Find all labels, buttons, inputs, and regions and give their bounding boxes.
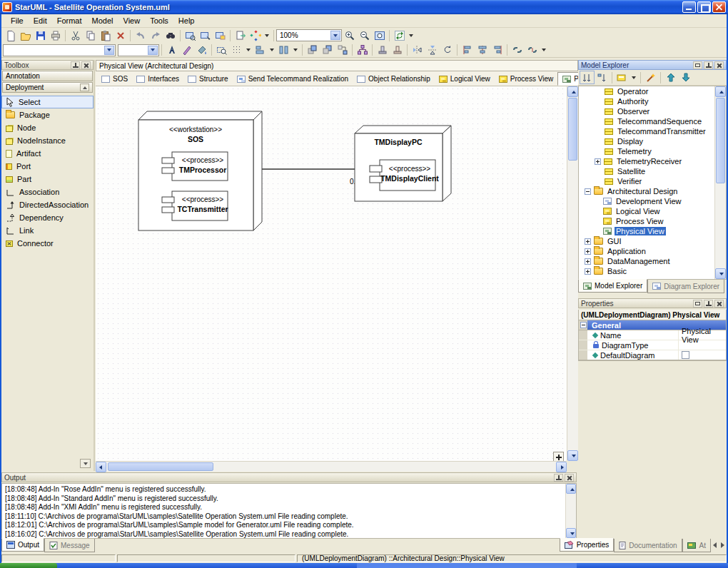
expander-plus-icon[interactable]: [585, 268, 591, 275]
flip-vertical-button[interactable]: [425, 44, 440, 57]
sort-by-type-button[interactable]: [595, 71, 610, 84]
tab-output[interactable]: Output: [1, 538, 44, 552]
line-color-button[interactable]: [179, 44, 194, 57]
font-name-combobox[interactable]: [3, 44, 116, 56]
tab-send-telecommand-realization[interactable]: Send Telecommand Realization: [233, 72, 353, 86]
vscroll-thumb[interactable]: [568, 98, 577, 161]
select-in-model-button[interactable]: [183, 29, 198, 42]
model-explorer-pin-icon[interactable]: [704, 61, 713, 69]
tab-attachments[interactable]: At: [682, 539, 711, 552]
expander-plus-icon[interactable]: [585, 258, 591, 265]
tree-item-telecommandsequence[interactable]: TelecommandSequence: [579, 116, 726, 126]
toolbox-item-package[interactable]: Package: [1, 108, 93, 121]
toolbox-item-connector[interactable]: Connector: [1, 237, 93, 250]
align-button[interactable]: [253, 44, 268, 57]
property-value-name[interactable]: Physical View: [679, 327, 726, 344]
tree-item-observer[interactable]: Observer: [579, 106, 726, 116]
toolbox-item-part[interactable]: Part: [1, 173, 93, 186]
component-tmprocessor[interactable]: <<process>> TMProcessor: [162, 152, 228, 181]
align-center-button[interactable]: [475, 44, 490, 57]
font-size-dropdown-icon[interactable]: [148, 46, 158, 55]
fit-to-window-button[interactable]: [372, 29, 387, 42]
refresh-dropdown-caret[interactable]: [409, 34, 413, 37]
expander-plus-icon[interactable]: [595, 158, 601, 165]
redo-button[interactable]: [148, 29, 163, 42]
align-dropdown-caret[interactable]: [270, 49, 274, 51]
toolbox-item-nodeinstance[interactable]: NodeInstance: [1, 134, 93, 147]
output-log[interactable]: [18:08:48] Add-In "Rose AddIn" menu is r…: [1, 483, 577, 539]
output-scroll-up-icon[interactable]: [566, 484, 576, 494]
find-button[interactable]: [163, 29, 178, 42]
canvas-expand-button[interactable]: [553, 452, 564, 461]
expander-plus-icon[interactable]: [585, 248, 591, 255]
output-pin-icon[interactable]: [554, 474, 563, 482]
fill-color-button[interactable]: [194, 44, 209, 57]
align-left-button[interactable]: [460, 44, 475, 57]
expander-plus-icon[interactable]: [585, 238, 591, 245]
toolbox-item-directedassociation[interactable]: DirectedAssociation: [1, 198, 93, 211]
scroll-left-icon[interactable]: [96, 462, 106, 472]
new-button[interactable]: [3, 29, 18, 42]
tree-item-telecommandtransmitter[interactable]: TelecommandTransmitter: [579, 126, 726, 136]
unlink-button[interactable]: [525, 44, 540, 57]
toolbox-item-artifact[interactable]: Artifact: [1, 147, 93, 160]
distribute-dropdown-caret[interactable]: [293, 49, 298, 51]
toolbox-pin-icon[interactable]: [71, 61, 80, 69]
send-to-back-button[interactable]: [320, 44, 335, 57]
distribute-button[interactable]: [276, 44, 291, 57]
tab-scroll-right-icon[interactable]: [721, 542, 724, 548]
tab-logical-view[interactable]: Logical View: [435, 72, 495, 86]
tab-message[interactable]: Message: [44, 539, 95, 552]
export-button[interactable]: [233, 29, 248, 42]
diagram-canvas[interactable]: 0..* <<workstation>> SOS <<process>> TMP…: [96, 86, 567, 461]
move-up-button[interactable]: [663, 71, 678, 84]
link-button[interactable]: [510, 44, 525, 57]
copy-button[interactable]: [83, 29, 98, 42]
format-overflow-caret[interactable]: [542, 49, 546, 51]
add-element-caret[interactable]: [632, 76, 636, 79]
layout-diagram-button[interactable]: [335, 44, 350, 57]
select-diagram-button[interactable]: [213, 29, 228, 42]
tab-interfaces[interactable]: Interfaces: [132, 72, 183, 86]
model-explorer-close-icon[interactable]: [714, 61, 724, 69]
tab-diagram-explorer[interactable]: Diagram Explorer: [647, 280, 724, 293]
tree-item-process-view[interactable]: Process View: [579, 216, 726, 226]
flip-horizontal-button[interactable]: [410, 44, 425, 57]
section-expander-icon[interactable]: [580, 322, 587, 328]
select-in-explorer-button[interactable]: [198, 29, 213, 42]
tree-scroll-down-icon[interactable]: [715, 268, 726, 279]
tree-item-display[interactable]: Display: [579, 136, 726, 146]
copy-style-button[interactable]: [375, 44, 390, 57]
properties-maximize-icon[interactable]: [693, 300, 702, 308]
sort-alphabetic-button[interactable]: [580, 71, 595, 84]
output-scrollbar[interactable]: [565, 484, 576, 538]
menu-edit[interactable]: Edit: [29, 15, 52, 26]
property-row-defaultdiagram[interactable]: DefaultDiagram: [579, 350, 726, 360]
model-explorer-maximize-icon[interactable]: [693, 61, 702, 69]
open-button[interactable]: [18, 29, 33, 42]
toolbox-section-annotation[interactable]: Annotation: [2, 71, 93, 81]
hscroll-thumb[interactable]: [108, 462, 213, 471]
zoom-dropdown-icon[interactable]: [330, 31, 340, 40]
tree-item-gui[interactable]: GUI: [579, 236, 726, 246]
tree-item-satellite[interactable]: Satellite: [579, 166, 726, 176]
tree-item-verifier[interactable]: Verifier: [579, 176, 726, 186]
grid-dropdown-caret[interactable]: [246, 49, 251, 51]
expander-minus-icon[interactable]: [585, 188, 591, 195]
delete-button[interactable]: [113, 29, 128, 42]
canvas-vertical-scrollbar[interactable]: [567, 86, 578, 461]
properties-close-icon[interactable]: [714, 300, 724, 308]
taskbar-button-sliver[interactable]: [357, 563, 577, 568]
taskbar-strip[interactable]: [0, 563, 728, 568]
menu-format[interactable]: Format: [52, 15, 87, 26]
tree-item-physical-view[interactable]: Physical View: [579, 226, 726, 236]
undo-button[interactable]: [133, 29, 148, 42]
property-row-name[interactable]: Name Physical View: [579, 330, 726, 340]
tab-model-explorer[interactable]: Model Explorer: [578, 279, 647, 293]
group-button[interactable]: [355, 44, 370, 57]
tree-scroll-thumb[interactable]: [716, 98, 725, 183]
tree-item-application[interactable]: Application: [579, 246, 726, 256]
tab-structure[interactable]: Structure: [183, 72, 233, 86]
menu-tools[interactable]: Tools: [145, 15, 173, 26]
tab-process-view[interactable]: Process View: [495, 72, 557, 86]
